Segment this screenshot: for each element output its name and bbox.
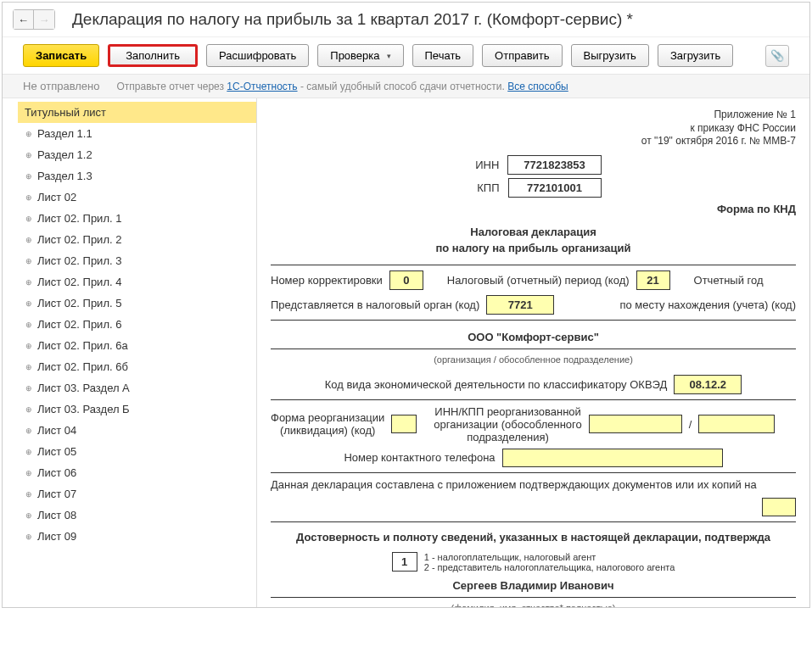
tree-item[interactable]: ⊕Лист 03. Раздел А xyxy=(18,377,256,399)
print-button[interactable]: Печать xyxy=(412,44,474,67)
tree-item[interactable]: ⊕Лист 02. Прил. 6б xyxy=(18,356,256,377)
phone-field[interactable] xyxy=(502,449,723,467)
statusbar: Не отправлено Отправьте отчет через 1С-О… xyxy=(3,74,809,98)
tree-label: Лист 09 xyxy=(37,530,249,543)
nav-forward-button[interactable]: → xyxy=(34,10,54,29)
nav-back-button[interactable]: ← xyxy=(14,10,34,29)
tree-label: Лист 02. Прил. 2 xyxy=(37,233,249,246)
hint-after: - самый удобный способ сдачи отчетности. xyxy=(298,81,508,92)
period-label: Налоговый (отчетный) период (код) xyxy=(447,274,630,287)
expand-icon[interactable]: ⊕ xyxy=(25,363,32,371)
expand-icon[interactable]: ⊕ xyxy=(25,299,32,308)
tree-label: Раздел 1.3 xyxy=(37,170,249,182)
expand-icon[interactable]: ⊕ xyxy=(25,257,32,265)
tree-item[interactable]: ⊕Лист 07 xyxy=(18,483,256,505)
tree-item[interactable]: ⊕Лист 02. Прил. 6а xyxy=(18,335,256,356)
expand-icon[interactable]: ⊕ xyxy=(25,172,32,181)
sidebar-tree[interactable]: Титульный лист ⊕Раздел 1.1 ⊕Раздел 1.2 ⊕… xyxy=(3,98,257,607)
save-button[interactable]: Записать xyxy=(23,44,99,67)
correction-field[interactable]: 0 xyxy=(389,270,423,290)
reorg-code-field[interactable] xyxy=(391,415,417,433)
expand-icon[interactable]: ⊕ xyxy=(25,448,32,456)
appendix-line: к приказу ФНС России xyxy=(271,122,796,136)
inn-value[interactable]: 7721823853 xyxy=(507,155,601,175)
status-label: Не отправлено xyxy=(23,80,99,92)
tree-label: Лист 03. Раздел Б xyxy=(37,403,249,415)
year-label: Отчетный год xyxy=(694,274,764,287)
tree-item[interactable]: ⊕Лист 02. Прил. 1 xyxy=(18,208,256,229)
expand-icon[interactable]: ⊕ xyxy=(25,193,32,202)
tree-item[interactable]: ⊕Лист 03. Раздел Б xyxy=(18,399,256,420)
expand-icon[interactable]: ⊕ xyxy=(25,405,32,414)
okved-field[interactable]: 08.12.2 xyxy=(674,375,742,394)
attach-button[interactable]: 📎 xyxy=(765,45,789,67)
expand-icon[interactable]: ⊕ xyxy=(25,533,32,541)
tree-item[interactable]: ⊕Лист 05 xyxy=(18,441,256,462)
kpp-value[interactable]: 772101001 xyxy=(508,178,602,198)
expand-icon[interactable]: ⊕ xyxy=(25,130,32,138)
expand-icon[interactable]: ⊕ xyxy=(25,490,32,499)
import-button[interactable]: Загрузить xyxy=(658,44,733,67)
tree-item[interactable]: ⊕Лист 09 xyxy=(18,526,256,547)
divider xyxy=(271,399,796,400)
tree-item[interactable]: ⊕Лист 02 xyxy=(18,187,256,208)
appendix-line: Приложение № 1 xyxy=(271,109,796,122)
correction-row: Номер корректировки 0 Налоговый (отчетны… xyxy=(271,270,796,290)
expand-icon[interactable]: ⊕ xyxy=(25,278,32,287)
expand-icon[interactable]: ⊕ xyxy=(25,384,32,393)
confirm-options: 1 - налогоплательщик, налоговый агент 2 … xyxy=(424,552,675,572)
link-all-methods[interactable]: Все способы xyxy=(507,81,568,92)
confirm-title: Достоверность и полноту сведений, указан… xyxy=(271,531,796,544)
tree-item-title-page[interactable]: Титульный лист xyxy=(18,102,256,123)
submit-field[interactable]: 7721 xyxy=(486,295,554,315)
check-button[interactable]: Проверка xyxy=(317,44,403,67)
confirm-code-field[interactable]: 1 xyxy=(392,552,417,572)
tree-label: Лист 02. Прил. 6а xyxy=(37,339,249,352)
expand-icon[interactable]: ⊕ xyxy=(25,236,32,244)
tree-item[interactable]: ⊕Лист 06 xyxy=(18,462,256,483)
kpp-label: КПП xyxy=(466,181,500,194)
link-1c-report[interactable]: 1С-Отчетность xyxy=(227,81,297,92)
expand-icon[interactable]: ⊕ xyxy=(25,321,32,329)
attachments-field[interactable] xyxy=(762,498,796,516)
tree-label: Лист 02. Прил. 6 xyxy=(37,318,249,331)
export-button[interactable]: Выгрузить xyxy=(571,44,649,67)
okved-label: Код вида экономической деятельности по к… xyxy=(325,378,668,391)
nav-arrows: ← → xyxy=(13,9,55,30)
tree-item[interactable]: ⊕Лист 04 xyxy=(18,420,256,441)
tree-item[interactable]: ⊕Лист 02. Прил. 3 xyxy=(18,250,256,271)
reorg-sublabel: (ликвидация) (код) xyxy=(271,424,384,437)
tree-item[interactable]: ⊕Раздел 1.3 xyxy=(18,165,256,187)
tree-item[interactable]: ⊕Раздел 1.1 xyxy=(18,123,256,144)
reorg-inn-field[interactable] xyxy=(589,415,682,433)
reorg-kpp-field[interactable] xyxy=(698,415,775,433)
tree-item[interactable]: ⊕Лист 02. Прил. 2 xyxy=(18,229,256,250)
toolbar: Записать Заполнить Расшифровать Проверка… xyxy=(3,37,809,74)
divider xyxy=(271,521,796,522)
company-name: ООО "Комфорт-сервис" xyxy=(271,331,796,343)
expand-icon[interactable]: ⊕ xyxy=(25,427,32,435)
send-button[interactable]: Отправить xyxy=(482,44,562,67)
paperclip-icon: 📎 xyxy=(770,49,784,62)
confirm-row: 1 1 - налогоплательщик, налоговый агент … xyxy=(271,552,796,572)
decode-button[interactable]: Расшифровать xyxy=(206,44,309,67)
tree-item[interactable]: ⊕Лист 08 xyxy=(18,505,256,526)
expand-icon[interactable]: ⊕ xyxy=(25,151,32,159)
phone-label: Номер контактного телефона xyxy=(344,451,495,464)
titlebar: ← → Декларация по налогу на прибыль за 1… xyxy=(3,3,809,37)
expand-icon[interactable]: ⊕ xyxy=(25,342,32,350)
tree-item[interactable]: ⊕Лист 02. Прил. 5 xyxy=(18,293,256,314)
expand-icon[interactable]: ⊕ xyxy=(25,469,32,477)
period-field[interactable]: 21 xyxy=(636,270,670,290)
attachments-row: Данная декларация составлена с приложени… xyxy=(271,478,796,516)
tree-item[interactable]: ⊕Лист 02. Прил. 6 xyxy=(18,314,256,335)
inn-row: ИНН 7721823853 xyxy=(271,155,796,175)
hint-before: Отправьте отчет через xyxy=(116,81,227,92)
expand-icon[interactable]: ⊕ xyxy=(25,511,32,520)
tree-item[interactable]: ⊕Лист 02. Прил. 4 xyxy=(18,271,256,293)
reorg-inn-label: ИНН/КПП реорганизованной xyxy=(434,405,581,418)
expand-icon[interactable]: ⊕ xyxy=(25,215,32,223)
fill-button[interactable]: Заполнить xyxy=(108,44,198,67)
tree-item[interactable]: ⊕Раздел 1.2 xyxy=(18,144,256,165)
okved-row: Код вида экономической деятельности по к… xyxy=(271,375,796,394)
